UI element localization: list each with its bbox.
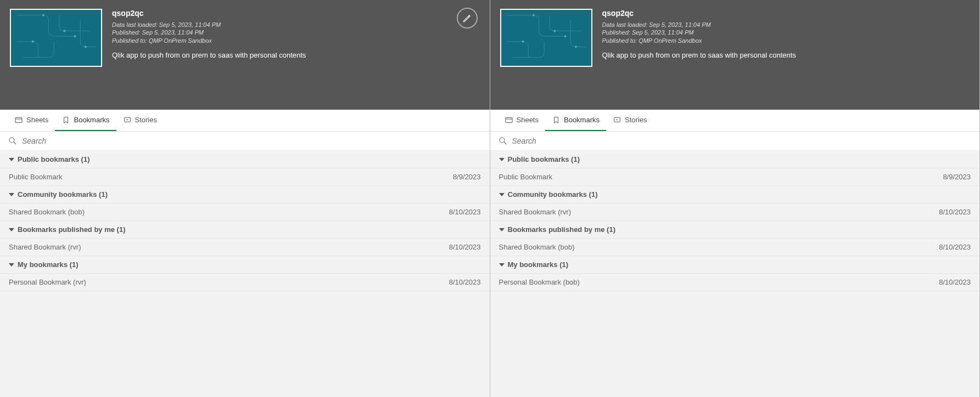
svg-rect-16 [506, 117, 512, 122]
list-item[interactable]: Shared Bookmark (rvr)8/10/2023 [0, 239, 490, 256]
svg-point-3 [63, 30, 65, 32]
app-meta: qsop2qc Data last loaded: Sep 5, 2023, 1… [602, 9, 970, 110]
item-date: 8/10/2023 [449, 243, 481, 251]
tab-bookmarks[interactable]: Bookmarks [55, 110, 116, 131]
item-name: Shared Bookmark (bob) [499, 243, 575, 251]
bookmark-icon [61, 116, 70, 124]
section-title: My bookmarks (1) [18, 260, 79, 269]
svg-point-15 [574, 46, 576, 48]
section-community[interactable]: Community bookmarks (1) [490, 186, 980, 203]
search-icon [8, 136, 18, 146]
tab-stories[interactable]: Stories [606, 110, 653, 131]
svg-point-0 [42, 14, 44, 16]
item-date: 8/9/2023 [943, 173, 971, 181]
meta-loaded: Data last loaded: Sep 5, 2023, 11:04 PM [112, 21, 480, 29]
item-date: 8/10/2023 [449, 278, 481, 286]
list-item[interactable]: Shared Bookmark (rvr)8/10/2023 [490, 203, 980, 221]
chevron-down-icon [499, 193, 505, 196]
svg-point-9 [9, 138, 14, 143]
app-title: qsop2qc [602, 9, 970, 18]
panel-left: qsop2qc Data last loaded: Sep 5, 2023, 1… [0, 0, 490, 397]
section-title: Community bookmarks (1) [508, 190, 598, 198]
app-meta: qsop2qc Data last loaded: Sep 5, 2023, 1… [112, 9, 480, 110]
sheets-icon [14, 116, 23, 124]
list-item[interactable]: Personal Bookmark (bob)8/10/2023 [490, 274, 980, 291]
item-name: Shared Bookmark (bob) [9, 208, 85, 216]
section-my-bookmarks[interactable]: My bookmarks (1) [0, 256, 490, 274]
app-thumbnail [500, 9, 592, 67]
svg-point-11 [532, 14, 534, 16]
section-public[interactable]: Public bookmarks (1) [0, 151, 490, 168]
chevron-down-icon [499, 228, 505, 231]
chevron-down-icon [499, 263, 505, 266]
bookmark-list: Public bookmarks (1) Public Bookmark8/9/… [0, 151, 490, 291]
section-title: Public bookmarks (1) [18, 155, 89, 163]
item-name: Personal Bookmark (rvr) [9, 278, 86, 286]
search-input[interactable] [22, 137, 482, 145]
svg-point-14 [553, 30, 556, 32]
tab-sheets[interactable]: Sheets [498, 110, 545, 131]
section-published-by-me[interactable]: Bookmarks published by me (1) [490, 221, 980, 239]
chevron-down-icon [9, 263, 14, 266]
svg-line-10 [14, 142, 16, 144]
item-name: Personal Bookmark (bob) [499, 278, 580, 286]
tab-bookmarks-label: Bookmarks [74, 116, 109, 124]
svg-rect-5 [15, 117, 22, 122]
list-item[interactable]: Personal Bookmark (rvr)8/10/2023 [0, 274, 490, 291]
search-bar [490, 132, 980, 151]
tab-stories-label: Stories [625, 116, 647, 124]
app-thumbnail [10, 9, 102, 67]
item-date: 8/9/2023 [453, 173, 481, 181]
search-bar [0, 132, 490, 151]
edit-button[interactable] [457, 8, 478, 29]
list-item[interactable]: Shared Bookmark (bob)8/10/2023 [0, 203, 490, 221]
svg-point-2 [32, 41, 34, 43]
section-public[interactable]: Public bookmarks (1) [490, 151, 980, 168]
section-title: Bookmarks published by me (1) [18, 225, 126, 234]
item-date: 8/10/2023 [939, 278, 971, 286]
svg-marker-8 [126, 119, 128, 121]
app-title: qsop2qc [112, 9, 480, 18]
svg-point-1 [74, 35, 76, 37]
meta-published-to: Published to: QMP OnPrem Sandbox [112, 37, 480, 44]
tabs: Sheets Bookmarks Stories [0, 110, 490, 132]
section-title: Bookmarks published by me (1) [508, 225, 616, 234]
app-description: Qlik app to push from on prem to saas wi… [112, 51, 480, 59]
tab-bookmarks-label: Bookmarks [564, 116, 600, 124]
section-published-by-me[interactable]: Bookmarks published by me (1) [0, 221, 490, 239]
tab-stories[interactable]: Stories [116, 110, 164, 131]
list-item[interactable]: Public Bookmark8/9/2023 [490, 168, 980, 186]
svg-point-20 [500, 138, 505, 143]
svg-marker-19 [617, 119, 618, 121]
tab-sheets-label: Sheets [517, 116, 539, 124]
meta-loaded: Data last loaded: Sep 5, 2023, 11:04 PM [602, 21, 970, 29]
tab-bookmarks[interactable]: Bookmarks [545, 110, 606, 131]
section-community[interactable]: Community bookmarks (1) [0, 186, 490, 203]
tabs: Sheets Bookmarks Stories [490, 110, 980, 132]
tab-sheets[interactable]: Sheets [8, 110, 55, 131]
svg-point-12 [564, 35, 566, 37]
tab-sheets-label: Sheets [26, 116, 48, 124]
meta-published: Published: Sep 5, 2023, 11:04 PM [602, 29, 970, 36]
app-description: Qlik app to push from on prem to saas wi… [602, 51, 970, 59]
chevron-down-icon [499, 158, 505, 161]
svg-point-4 [85, 46, 87, 48]
item-date: 8/10/2023 [449, 208, 481, 216]
bookmark-icon [552, 116, 561, 124]
list-item[interactable]: Shared Bookmark (bob)8/10/2023 [490, 239, 980, 256]
section-my-bookmarks[interactable]: My bookmarks (1) [490, 256, 980, 274]
search-input[interactable] [512, 137, 972, 145]
section-title: Public bookmarks (1) [508, 155, 580, 163]
sheets-icon [505, 116, 513, 124]
section-title: My bookmarks (1) [508, 260, 569, 269]
svg-point-13 [522, 41, 524, 43]
chevron-down-icon [9, 228, 14, 231]
app-header: qsop2qc Data last loaded: Sep 5, 2023, 1… [0, 0, 490, 110]
item-date: 8/10/2023 [939, 208, 971, 216]
chevron-down-icon [9, 193, 14, 196]
item-name: Public Bookmark [499, 173, 553, 181]
item-name: Shared Bookmark (rvr) [499, 208, 571, 216]
list-item[interactable]: Public Bookmark8/9/2023 [0, 168, 490, 186]
pencil-icon [462, 13, 472, 23]
panel-right: qsop2qc Data last loaded: Sep 5, 2023, 1… [490, 0, 981, 397]
